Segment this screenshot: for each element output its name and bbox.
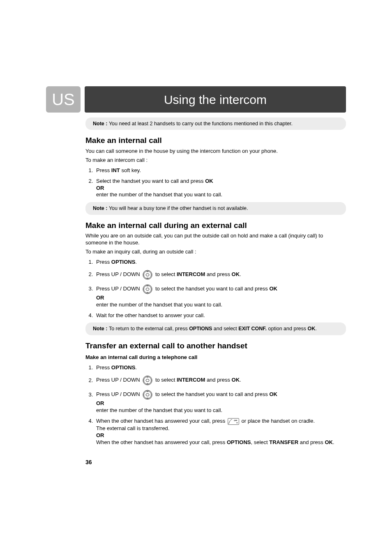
steps-list: Press INT soft key. Select the handset y… xyxy=(85,167,346,199)
note-return: Note : To return to the external call, p… xyxy=(85,322,346,335)
list-item: Press UP / DOWN to select the handset yo… xyxy=(95,389,346,414)
subheading: Make an internal call during a telephone… xyxy=(85,354,346,361)
list-item: Wait for the other handset to answer you… xyxy=(95,312,346,319)
list-item: Press INT soft key. xyxy=(95,167,346,174)
list-item: When the other handset has answered your… xyxy=(95,418,346,446)
note-intro: Note : You need at least 2 handsets to c… xyxy=(85,117,346,130)
text: To make an inquiry call, during an outsi… xyxy=(85,249,346,256)
chapter-title: Using the intercom xyxy=(85,86,346,113)
nav-icon xyxy=(142,284,153,295)
off-key-icon xyxy=(228,418,239,425)
text: While you are on an outside call, you ca… xyxy=(85,233,346,246)
list-item: Press UP / DOWN to select the handset yo… xyxy=(95,284,346,309)
heading-internal-during-external: Make an internal call during an external… xyxy=(85,221,346,231)
nav-icon xyxy=(142,389,153,400)
text: You can call someone in the house by usi… xyxy=(85,148,346,155)
list-item: Select the handset you want to call and … xyxy=(95,178,346,199)
steps-list: Press OPTIONS. Press UP / DOWN to select… xyxy=(85,364,346,446)
heading-transfer: Transfer an external call to another han… xyxy=(85,341,346,351)
heading-make-internal: Make an internal call xyxy=(85,136,346,146)
text: To make an intercom call : xyxy=(85,157,346,164)
note-busy: Note : You will hear a busy tone if the … xyxy=(85,202,346,214)
nav-icon xyxy=(142,375,153,386)
list-item: Press UP / DOWN to select INTERCOM and p… xyxy=(95,375,346,386)
list-item: Press OPTIONS. xyxy=(95,364,346,371)
list-item: Press OPTIONS. xyxy=(95,259,346,266)
page-number: 36 xyxy=(85,458,346,466)
language-tab: US xyxy=(46,86,81,113)
steps-list: Press OPTIONS. Press UP / DOWN to select… xyxy=(85,259,346,319)
nav-icon xyxy=(142,269,153,280)
list-item: Press UP / DOWN to select INTERCOM and p… xyxy=(95,269,346,280)
page-header: US Using the intercom xyxy=(46,86,346,113)
